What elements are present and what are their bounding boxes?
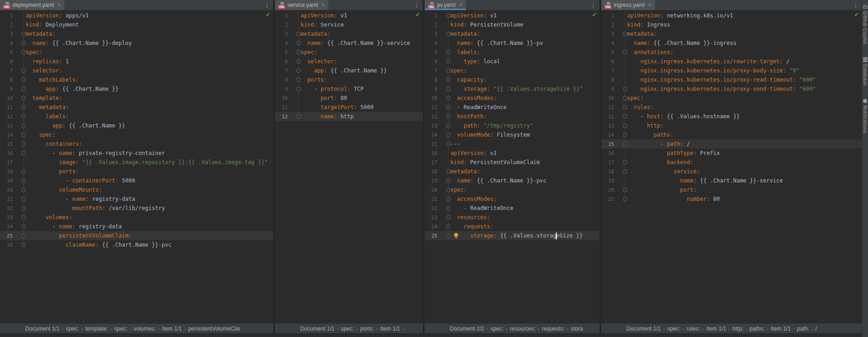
fold-marker-icon[interactable] (297, 50, 301, 55)
fold-marker-icon[interactable] (297, 87, 301, 91)
code-line[interactable]: 12 hostPath: (425, 112, 599, 121)
breadcrumb-item[interactable]: Item 1/1 (771, 326, 790, 332)
line-number[interactable]: 6 (275, 59, 291, 65)
code-line[interactable]: 8 capacity: (425, 75, 599, 84)
line-number[interactable]: 18 (0, 169, 16, 175)
fold-marker-icon[interactable] (623, 197, 627, 201)
code-line[interactable]: 15 - path: / (601, 139, 862, 149)
line-number[interactable]: 13 (601, 123, 617, 129)
fold-marker-icon[interactable] (623, 170, 627, 174)
line-number[interactable]: 7 (425, 68, 440, 74)
code-line[interactable]: 4 name: {{ .Chart.Name }}-deploy (0, 39, 273, 48)
tab-options-kebab-icon[interactable]: ⋮ (588, 0, 599, 10)
breadcrumb-item[interactable]: template: (85, 326, 108, 332)
line-number[interactable]: 20 (0, 187, 16, 193)
tool-button-database[interactable]: Database (862, 55, 868, 97)
fold-marker-icon[interactable] (22, 151, 26, 155)
code-line[interactable]: 13 app: {{ .Chart.Name }} (0, 121, 273, 130)
line-number[interactable]: 12 (601, 114, 617, 120)
code-line[interactable]: 5 labels: (425, 48, 599, 57)
line-number[interactable]: 3 (0, 31, 16, 37)
fold-marker-icon[interactable] (446, 170, 450, 174)
code-line[interactable]: 10 template: (0, 94, 273, 103)
fold-marker-icon[interactable] (22, 96, 26, 100)
line-number[interactable]: 6 (425, 59, 440, 65)
fold-marker-icon[interactable] (446, 179, 450, 183)
code-line[interactable]: 7 nginx.ingress.kubernetes.io/proxy-body… (601, 66, 862, 75)
line-number[interactable]: 13 (425, 123, 440, 129)
code-line[interactable]: 1apiVersion: networking.k8s.io/v1 (601, 11, 862, 20)
code-line[interactable]: 7 app: {{ .Chart.Name }} (275, 66, 423, 75)
fold-marker-icon[interactable] (623, 50, 627, 55)
code-line[interactable]: 1apiVersion: v1 (275, 11, 423, 20)
code-line[interactable]: 9 storage: "{{ .Values.storageSize }}" (425, 84, 599, 94)
code-line[interactable]: 13 path: "/tmp/registry" (425, 121, 599, 130)
line-number[interactable]: 1 (601, 13, 617, 19)
line-number[interactable]: 19 (601, 178, 617, 184)
code-line[interactable]: 9 - protocol: TCP (275, 84, 423, 94)
line-number[interactable]: 7 (601, 68, 617, 74)
fold-marker-icon[interactable] (446, 87, 450, 91)
line-number[interactable]: 11 (425, 105, 440, 110)
fold-marker-icon[interactable] (446, 105, 450, 110)
line-number[interactable]: 3 (601, 31, 617, 37)
tab-close-icon[interactable]: ✕ (57, 3, 61, 7)
line-number[interactable]: 6 (0, 59, 16, 65)
line-number[interactable]: 19 (425, 178, 440, 184)
code-line[interactable]: 11 rules: (601, 103, 862, 112)
fold-marker-icon[interactable] (22, 78, 26, 82)
tab-options-kebab-icon[interactable]: ⋮ (261, 0, 273, 10)
line-number[interactable]: 1 (425, 13, 440, 19)
code-line[interactable]: 7 selector: (0, 66, 273, 75)
inspection-check-icon[interactable]: ✔ (266, 12, 270, 17)
code-line[interactable]: 9 app: {{ .Chart.Name }} (0, 84, 273, 94)
code-line[interactable]: 16 - name: private-registry-container (0, 149, 273, 158)
line-number[interactable]: 10 (0, 95, 16, 101)
code-line[interactable]: 20 volumeMounts: (0, 185, 273, 194)
code-line[interactable]: 21 - name: registry-data (0, 194, 273, 204)
fold-marker-icon[interactable] (297, 78, 301, 82)
code-line[interactable]: 22 - ReadWriteOnce (425, 204, 599, 213)
fold-marker-icon[interactable] (22, 197, 26, 201)
fold-marker-icon[interactable] (22, 142, 26, 146)
tab-close-icon[interactable]: ✕ (321, 3, 325, 7)
code-line[interactable]: 18 service: (601, 167, 862, 176)
line-number[interactable]: 9 (275, 86, 291, 92)
line-number[interactable]: 4 (275, 40, 291, 46)
fold-marker-icon[interactable] (446, 197, 450, 201)
line-number[interactable]: 21 (601, 196, 617, 202)
breadcrumb-item[interactable]: spec: (490, 326, 504, 332)
fold-marker-icon[interactable] (22, 243, 26, 247)
tab-close-icon[interactable]: ✕ (459, 3, 462, 7)
breadcrumb-item[interactable]: / (816, 326, 817, 332)
fold-marker-icon[interactable] (22, 206, 26, 210)
line-number[interactable]: 8 (425, 77, 440, 83)
line-number[interactable]: 2 (0, 22, 16, 28)
code-line[interactable]: 18 ports: (0, 167, 273, 176)
code-line[interactable]: 13 http: (601, 121, 862, 130)
line-number[interactable]: 18 (425, 169, 440, 175)
code-line[interactable]: 21 accessModes: (425, 194, 599, 204)
tab-service-yaml[interactable]: YML service.yaml ✕ (275, 0, 328, 10)
breadcrumb-item[interactable]: stora (571, 326, 583, 332)
line-number[interactable]: 16 (425, 150, 440, 156)
fold-marker-icon[interactable] (623, 160, 627, 165)
code-line[interactable]: 4 name: {{ .Chart.Name }}-ingress (601, 39, 862, 48)
fold-marker-icon[interactable] (623, 105, 627, 110)
code-line[interactable]: 11 metadata: (0, 103, 273, 112)
fold-marker-icon[interactable] (297, 115, 301, 119)
code-line[interactable]: 10 port: 80 (275, 94, 423, 103)
line-number[interactable]: 19 (0, 178, 16, 184)
fold-marker-icon[interactable] (446, 96, 450, 100)
code-line[interactable]: 12 labels: (0, 112, 273, 121)
breadcrumb-item[interactable]: Document 2/2 (450, 326, 484, 332)
line-number[interactable]: 9 (601, 86, 617, 92)
breadcrumb-item[interactable]: Document 1/1 (627, 326, 661, 332)
code-line[interactable]: 23 resources: (425, 213, 599, 222)
line-number[interactable]: 17 (0, 160, 16, 166)
line-number[interactable]: 5 (275, 50, 291, 55)
breadcrumb-item[interactable]: persistentVolumeClai (188, 326, 240, 332)
intention-bulb-icon[interactable] (454, 233, 459, 239)
code-line[interactable]: 5spec: (0, 48, 273, 57)
line-number[interactable]: 21 (0, 196, 16, 202)
